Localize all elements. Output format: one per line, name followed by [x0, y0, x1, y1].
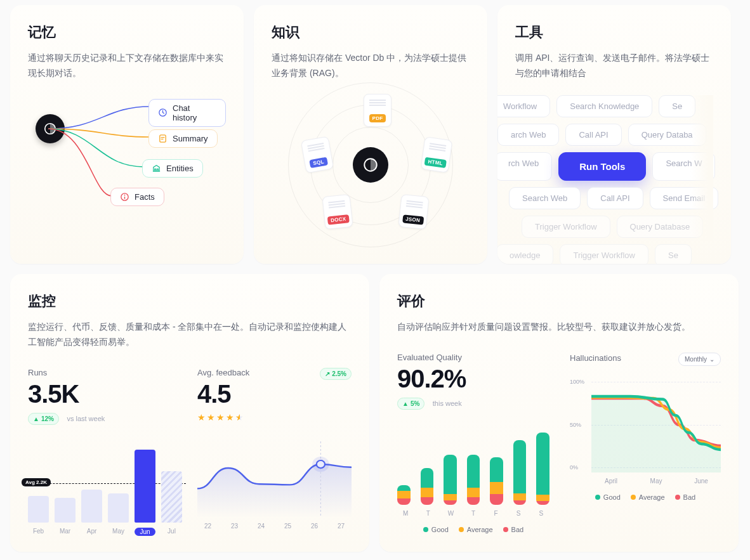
memory-node-summary: Summary	[148, 129, 218, 148]
trend-up-icon: ▲	[402, 400, 409, 407]
hallucinations-chart: 100% 50% 0%	[570, 377, 721, 472]
tools-title: 工具	[515, 23, 713, 42]
svg-rect-2	[160, 134, 166, 141]
file-sql: SQL	[301, 136, 334, 173]
quality-sub: this week	[433, 400, 462, 407]
feedback-axis: 222324252627	[197, 523, 352, 530]
svg-point-4	[124, 194, 126, 195]
memory-node-entities: Entities	[142, 159, 203, 178]
quality-legend: Good Average Bad	[397, 526, 549, 533]
memory-diagram: Chat history Summary Entities Facts	[28, 99, 226, 232]
file-json: JSON	[398, 193, 429, 229]
evals-desc: 自动评估响应并针对质量问题设置警报。比较型号、获取建议并放心发货。	[397, 320, 721, 335]
quality-chart	[397, 429, 549, 505]
runs-bar	[108, 493, 129, 523]
runs-label: Runs	[28, 368, 182, 377]
tool-pill: Se	[655, 244, 692, 264]
runs-chart: Avg 2.2K	[28, 440, 182, 523]
monitoring-card: 监控 监控运行、代币、反馈、质量和成本 - 全部集中在一处。自动记录和监控使构建…	[10, 274, 369, 552]
knowledge-diagram: PDF SQL HTML DOCX JSON	[272, 94, 470, 237]
runs-sub: vs last week	[67, 415, 105, 422]
quality-value: 90.2%	[397, 365, 549, 393]
knowledge-card: 知识 通过将知识存储在 Vector Db 中，为法学硕士提供业务背景 (RAG…	[254, 5, 487, 264]
chevron-down-icon: ⌄	[709, 356, 714, 363]
quality-axis: MTWTFSS	[397, 510, 549, 517]
memory-card: 记忆 通过将聊天历史记录和上下文存储在数据库中来实现长期对话。 Chat his…	[10, 5, 244, 264]
info-icon	[120, 192, 129, 202]
memory-node-facts: Facts	[110, 188, 164, 206]
quality-panel: Evaluated Quality 90.2% ▲5% this week MT…	[397, 353, 549, 533]
tool-pill: arch Web	[497, 124, 559, 146]
knowledge-title: 知识	[272, 23, 470, 42]
tool-pill: rch Web	[497, 152, 552, 181]
runs-panel: Runs 3.5K ▲12% vs last week Avg 2.2K Feb…	[28, 368, 182, 536]
tool-pill: Search Knowledge	[556, 95, 652, 117]
quality-pct-tag: ▲5%	[397, 398, 424, 410]
tool-pill: Trigger Workflow	[560, 244, 648, 264]
memory-desc: 通过将聊天历史记录和上下文存储在数据库中来实现长期对话。	[28, 51, 226, 81]
runs-pct-tag: ▲12%	[28, 413, 59, 425]
hallucinations-panel: Hallucinations Monthly⌄ 100% 50% 0% Apri…	[570, 353, 721, 533]
trend-up-icon: ↗	[325, 370, 330, 377]
tools-desc: 调用 API、运行查询、发送电子邮件。将法学硕士与您的申请相结合	[515, 51, 713, 81]
memory-title: 记忆	[28, 23, 226, 42]
monitoring-title: 监控	[28, 292, 352, 311]
tool-pill: owledge	[497, 244, 553, 264]
monitoring-desc: 监控运行、代币、反馈、质量和成本 - 全部集中在一处。自动记录和监控使构建人工智…	[28, 320, 352, 350]
runs-bar	[28, 496, 49, 523]
hallucinations-legend: Good Average Bad	[570, 493, 721, 501]
runs-axis: FebMarAprMayJunJul	[28, 528, 182, 536]
tools-card: 工具 调用 API、运行查询、发送电子邮件。将法学硕士与您的申请相结合 Work…	[497, 5, 731, 264]
knowledge-hub-icon	[353, 147, 388, 183]
file-html: HTML	[421, 136, 453, 173]
building-icon	[152, 164, 161, 173]
document-icon	[158, 134, 168, 143]
runs-value: 3.5K	[28, 380, 182, 408]
tool-pill: Workflow	[497, 95, 550, 117]
tool-pill: Search Web	[509, 187, 581, 209]
hallucinations-axis: AprilMayJune	[591, 478, 721, 485]
feedback-stars: ★★★★★★	[197, 412, 352, 422]
tools-pill-cloud: WorkflowSearch KnowledgeSearch WebCall A…	[515, 95, 713, 241]
runs-bar	[161, 471, 182, 523]
quality-label: Evaluated Quality	[397, 353, 549, 362]
tool-pill: Call API	[565, 124, 621, 146]
feedback-label: Avg. feedback	[197, 368, 249, 377]
svg-point-8	[312, 457, 329, 472]
run-tools-button[interactable]: Run Tools	[558, 152, 646, 181]
file-docx: DOCX	[322, 193, 353, 229]
file-pdf: PDF	[364, 94, 391, 127]
feedback-chart	[197, 441, 352, 518]
runs-bar	[81, 490, 102, 523]
evals-card: 评价 自动评估响应并针对质量问题设置警报。比较型号、获取建议并放心发货。 Eva…	[379, 274, 739, 552]
tool-pill: Call API	[587, 187, 643, 209]
feedback-pct-tag: ↗2.5%	[320, 368, 352, 380]
runs-bar	[55, 498, 76, 523]
runs-bar	[135, 450, 155, 522]
feedback-value: 4.5	[197, 380, 352, 408]
tool-pill: Trigger Workflow	[522, 216, 610, 238]
clock-icon	[158, 108, 168, 117]
hallucinations-label: Hallucinations	[570, 353, 621, 363]
knowledge-desc: 通过将知识存储在 Vector Db 中，为法学硕士提供业务背景 (RAG)。	[272, 51, 470, 81]
memory-node-chat-history: Chat history	[148, 99, 226, 127]
feedback-panel: Avg. feedback ↗2.5% 4.5 ★★★★★★ 222324252…	[197, 368, 352, 536]
avg-chip: Avg 2.2K	[22, 478, 51, 486]
evals-title: 评价	[397, 292, 721, 311]
trend-up-icon: ▲	[33, 415, 39, 422]
period-dropdown[interactable]: Monthly⌄	[678, 353, 721, 366]
